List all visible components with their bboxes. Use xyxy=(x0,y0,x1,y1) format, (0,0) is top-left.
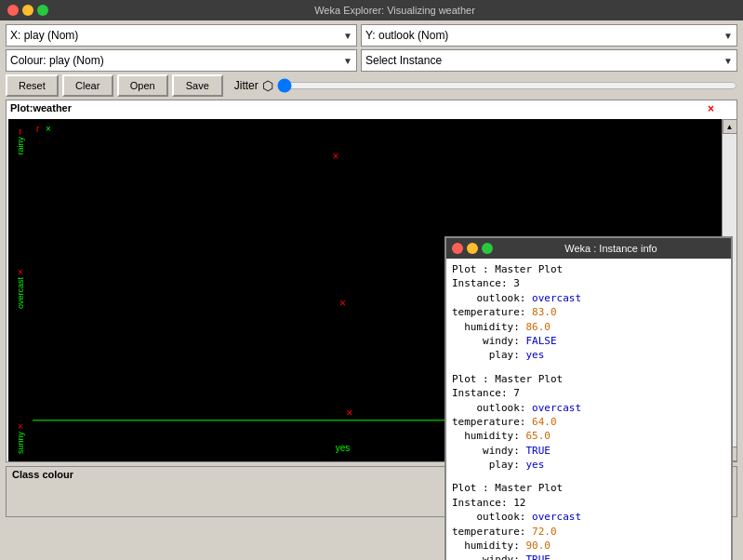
save-button[interactable]: Save xyxy=(172,74,223,97)
instance-1-plot: Plot : Master Plot xyxy=(452,262,725,276)
instance-1-outlook: outlook: overcast xyxy=(452,291,725,305)
instance-1-play-val: yes xyxy=(525,349,544,361)
y-axis-marker-r: r xyxy=(19,127,21,137)
y-axis-dropdown[interactable]: Y: outlook (Nom) ▼ xyxy=(361,24,737,47)
instance-popup-content[interactable]: Plot : Master Plot Instance: 3 outlook: … xyxy=(446,259,731,560)
scrollbar-up-button[interactable]: ▲ xyxy=(723,119,737,134)
instance-1-hum-val: 86.0 xyxy=(525,321,551,333)
instance-2-play: play: yes xyxy=(452,458,725,472)
plot-title: Plot:weather xyxy=(7,100,736,115)
instance-block-2: Plot : Master Plot Instance: 7 outlook: … xyxy=(452,372,725,473)
svg-text:yes: yes xyxy=(336,443,351,453)
instance-3-outlook: outlook: overcast xyxy=(452,510,725,524)
instance-info-popup: Weka : Instance info Plot : Master Plot … xyxy=(444,236,733,560)
y-axis-label-overcast: overcast xyxy=(16,277,25,309)
clear-button[interactable]: Clear xyxy=(62,74,113,97)
instance-3-humidity: humidity: 90.0 xyxy=(452,539,725,553)
y-axis-label-rainy: rainy xyxy=(16,137,25,155)
x-axis-dropdown[interactable]: X: play (Nom) ▼ xyxy=(6,24,357,47)
svg-text:×: × xyxy=(339,297,346,310)
main-content: X: play (Nom) ▼ Y: outlook (Nom) ▼ Colou… xyxy=(0,20,743,521)
buttons-row: Reset Clear Open Save Jitter ⬡ xyxy=(6,74,737,97)
instance-popup-close-button[interactable] xyxy=(452,243,463,254)
instance-2-hum-val: 65.0 xyxy=(525,430,551,442)
select-instance-label: Select Instance xyxy=(365,54,720,67)
instance-1-windy: windy: FALSE xyxy=(452,334,725,348)
instance-3-temperature: temperature: 72.0 xyxy=(452,525,725,539)
colour-dropdown[interactable]: Colour: play (Nom) ▼ xyxy=(6,49,357,72)
instance-block-3: Plot : Master Plot Instance: 12 outlook:… xyxy=(452,481,725,560)
instance-3-outlook-val: overcast xyxy=(532,511,581,523)
instance-1-temperature: temperature: 83.0 xyxy=(452,305,725,319)
jitter-section: Jitter ⬡ xyxy=(234,78,737,93)
window-controls[interactable] xyxy=(7,5,48,16)
colour-controls-row: Colour: play (Nom) ▼ Select Instance ▼ xyxy=(6,49,737,72)
y-axis-marker-y: × xyxy=(18,421,23,432)
close-button[interactable] xyxy=(7,5,19,16)
instance-block-1: Plot : Master Plot Instance: 3 outlook: … xyxy=(452,262,725,363)
title-bar: Weka Explorer: Visualizing weather xyxy=(0,0,743,20)
instance-3-id: 12 xyxy=(513,497,525,509)
colour-label: Colour: play (Nom) xyxy=(10,54,339,67)
instance-2-windy-val: TRUE xyxy=(525,445,551,457)
instance-2-play-val: yes xyxy=(525,459,544,471)
instance-2-humidity: humidity: 65.0 xyxy=(452,429,725,443)
y-axis-label: Y: outlook (Nom) xyxy=(365,29,720,42)
instance-popup-titlebar: Weka : Instance info xyxy=(446,238,731,259)
instance-3-temp-val: 72.0 xyxy=(532,526,557,538)
jitter-slider[interactable] xyxy=(277,78,737,93)
axis-controls-row: X: play (Nom) ▼ Y: outlook (Nom) ▼ xyxy=(6,24,737,47)
svg-text:×: × xyxy=(346,407,352,420)
select-instance-arrow-icon: ▼ xyxy=(723,56,733,66)
svg-text:r: r xyxy=(36,124,40,134)
plot-area: Plot:weather × r rainy × overcast × sunn… xyxy=(6,100,737,462)
colour-arrow-icon: ▼ xyxy=(343,56,352,66)
instance-2-temperature: temperature: 64.0 xyxy=(452,415,725,429)
maximize-button[interactable] xyxy=(37,5,48,16)
jitter-slider-icon: ⬡ xyxy=(262,78,273,93)
instance-1-play: play: yes xyxy=(452,348,725,362)
instance-popup-title: Weka : Instance info xyxy=(497,243,725,254)
instance-2-outlook: outlook: overcast xyxy=(452,401,725,415)
jitter-label: Jitter xyxy=(234,79,259,92)
instance-2-outlook-val: overcast xyxy=(532,402,581,414)
instance-popup-min-button[interactable] xyxy=(467,243,478,254)
x-axis-label: X: play (Nom) xyxy=(10,29,339,42)
instance-1-number: Instance: 3 xyxy=(452,276,725,290)
instance-3-plot: Plot : Master Plot xyxy=(452,481,725,495)
instance-3-windy-val: TRUE xyxy=(525,553,551,560)
svg-text:×: × xyxy=(46,124,51,134)
instance-1-humidity: humidity: 86.0 xyxy=(452,320,725,334)
instance-popup-max-button[interactable] xyxy=(482,243,493,254)
reset-button[interactable]: Reset xyxy=(6,74,59,97)
instance-1-windy-val: FALSE xyxy=(525,335,556,347)
y-axis-label-sunny: sunny xyxy=(16,432,25,454)
instance-2-plot: Plot : Master Plot xyxy=(452,372,725,386)
instance-2-number: Instance: 7 xyxy=(452,386,725,400)
instance-3-hum-val: 90.0 xyxy=(525,540,551,552)
instance-1-id: 3 xyxy=(513,277,520,289)
select-instance-dropdown[interactable]: Select Instance ▼ xyxy=(361,49,737,72)
instance-2-temp-val: 64.0 xyxy=(532,416,557,428)
instance-1-temp-val: 83.0 xyxy=(532,306,557,318)
plot-close-icon[interactable]: × xyxy=(708,102,714,115)
instance-2-id: 7 xyxy=(513,387,520,399)
instance-3-windy: windy: TRUE xyxy=(452,553,725,560)
instance-3-number: Instance: 12 xyxy=(452,496,725,510)
svg-text:×: × xyxy=(333,150,339,163)
y-axis-arrow-icon: ▼ xyxy=(723,31,733,41)
instance-2-windy: windy: TRUE xyxy=(452,444,725,458)
x-axis-arrow-icon: ▼ xyxy=(343,31,352,41)
y-axis-marker-x: × xyxy=(18,267,23,277)
minimize-button[interactable] xyxy=(22,5,33,16)
window-title: Weka Explorer: Visualizing weather xyxy=(54,5,736,16)
open-button[interactable]: Open xyxy=(117,74,168,97)
instance-1-outlook-val: overcast xyxy=(532,292,581,304)
